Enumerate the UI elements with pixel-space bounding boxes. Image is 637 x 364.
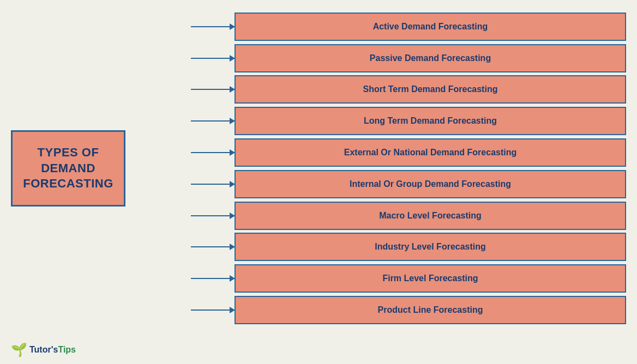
item-box-macro: Macro Level Forecasting [235, 202, 626, 230]
item-box-active: Active Demand Forecasting [235, 13, 626, 41]
watermark: 🌱 Tutor'sTips [11, 342, 76, 357]
page-background: TYPES OF DEMANDFORECASTING Active Demand… [0, 0, 637, 364]
arrow-internal [191, 184, 235, 185]
item-box-long-term: Long Term Demand Forecasting [235, 107, 626, 135]
item-label-internal: Internal Or Group Demand Forecasting [350, 179, 511, 189]
arrow-external [191, 152, 235, 153]
list-item-macro: Macro Level Forecasting [191, 200, 626, 232]
arrow-firm [191, 278, 235, 279]
item-box-passive: Passive Demand Forecasting [235, 44, 626, 72]
arrow-industry [191, 246, 235, 247]
item-box-external: External Or National Demand Forecasting [235, 138, 626, 167]
arrow-product-line [191, 310, 235, 311]
watermark-text: Tutor'sTips [29, 345, 76, 355]
arrow-macro [191, 215, 235, 216]
list-item-long-term: Long Term Demand Forecasting [191, 105, 626, 137]
main-title-text: TYPES OF DEMANDFORECASTING [18, 145, 118, 192]
connector-area [125, 5, 191, 331]
item-box-short-term: Short Term Demand Forecasting [235, 75, 626, 104]
item-label-product-line: Product Line Forecasting [378, 305, 483, 315]
arrow-passive [191, 58, 235, 59]
main-title-box: TYPES OF DEMANDFORECASTING [11, 130, 125, 207]
list-item-active: Active Demand Forecasting [191, 11, 626, 43]
item-box-internal: Internal Or Group Demand Forecasting [235, 170, 626, 198]
item-box-product-line: Product Line Forecasting [235, 296, 626, 324]
item-label-passive: Passive Demand Forecasting [370, 53, 491, 63]
list-item-firm: Firm Level Forecasting [191, 263, 626, 294]
item-box-industry: Industry Level Forecasting [235, 233, 626, 261]
watermark-icon: 🌱 [11, 342, 27, 357]
item-box-firm: Firm Level Forecasting [235, 264, 626, 293]
item-label-industry: Industry Level Forecasting [375, 242, 486, 252]
list-item-internal: Internal Or Group Demand Forecasting [191, 168, 626, 200]
item-label-external: External Or National Demand Forecasting [344, 148, 517, 157]
item-label-active: Active Demand Forecasting [373, 22, 488, 32]
arrow-short-term [191, 89, 235, 90]
arrow-long-term [191, 120, 235, 122]
arrow-active [191, 26, 235, 27]
item-label-short-term: Short Term Demand Forecasting [363, 84, 498, 94]
item-label-macro: Macro Level Forecasting [379, 211, 482, 221]
list-item-external: External Or National Demand Forecasting [191, 137, 626, 168]
list-item-industry: Industry Level Forecasting [191, 232, 626, 263]
list-item-product-line: Product Line Forecasting [191, 294, 626, 326]
list-item-passive: Passive Demand Forecasting [191, 43, 626, 74]
item-label-firm: Firm Level Forecasting [382, 274, 478, 283]
item-label-long-term: Long Term Demand Forecasting [364, 116, 497, 126]
items-list: Active Demand ForecastingPassive Demand … [191, 5, 626, 331]
diagram-wrapper: TYPES OF DEMANDFORECASTING Active Demand… [0, 0, 637, 337]
list-item-short-term: Short Term Demand Forecasting [191, 74, 626, 106]
